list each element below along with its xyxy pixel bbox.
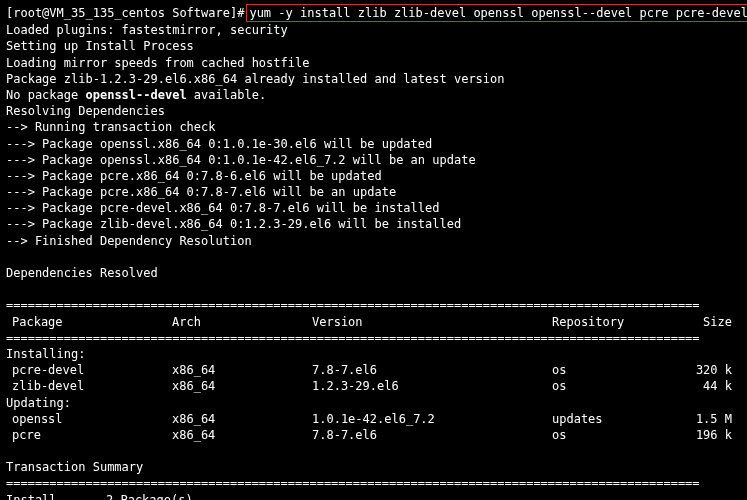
pkg-version: 7.8-7.el6: [312, 427, 552, 443]
output-line: Package zlib-1.2.3-29.el6.x86_64 already…: [6, 71, 741, 87]
pkg-arch: x86_64: [172, 411, 312, 427]
summary-install-label: Install: [6, 492, 106, 500]
pkg-name: pcre: [6, 427, 172, 443]
output-line: Setting up Install Process: [6, 38, 741, 54]
pkg-repo: os: [552, 362, 672, 378]
header-size: Size: [672, 314, 732, 330]
command-text: yum -y install zlib zlib-devel openssl o…: [249, 6, 747, 20]
table-header-row: Package Arch Version Repository Size: [6, 314, 741, 330]
section-updating: Updating:: [6, 395, 741, 411]
pkg-version: 7.8-7.el6: [312, 362, 552, 378]
pkg-version: 1.2.3-29.el6: [312, 378, 552, 394]
divider-double: ========================================…: [6, 297, 741, 313]
summary-install-row: Install 2 Package(s): [6, 492, 741, 500]
output-line: ---> Package pcre-devel.x86_64 0:7.8-7.e…: [6, 200, 741, 216]
pkg-repo: updates: [552, 411, 672, 427]
header-package: Package: [6, 314, 172, 330]
table-row: openssl x86_64 1.0.1e-42.el6_7.2 updates…: [6, 411, 741, 427]
blank-line: [6, 249, 741, 265]
pkg-name: pcre-devel: [6, 362, 172, 378]
output-line: ---> Package zlib-devel.x86_64 0:1.2.3-2…: [6, 216, 741, 232]
output-line: Resolving Dependencies: [6, 103, 741, 119]
header-version: Version: [312, 314, 552, 330]
output-line: ---> Package pcre.x86_64 0:7.8-7.el6 wil…: [6, 184, 741, 200]
transaction-summary-title: Transaction Summary: [6, 459, 741, 475]
no-package-suffix: available.: [187, 88, 266, 102]
pkg-name: zlib-devel: [6, 378, 172, 394]
dependencies-resolved: Dependencies Resolved: [6, 265, 741, 281]
pkg-size: 196 k: [672, 427, 732, 443]
output-line: ---> Package openssl.x86_64 0:1.0.1e-42.…: [6, 152, 741, 168]
pkg-repo: os: [552, 378, 672, 394]
missing-package-name: openssl--devel: [85, 88, 186, 102]
no-package-prefix: No package: [6, 88, 85, 102]
header-arch: Arch: [172, 314, 312, 330]
pkg-arch: x86_64: [172, 362, 312, 378]
pkg-size: 44 k: [672, 378, 732, 394]
blank-line: [6, 281, 741, 297]
pkg-arch: x86_64: [172, 378, 312, 394]
prompt-line[interactable]: [root@VM_35_135_centos Software]# yum -y…: [6, 4, 741, 22]
output-line: Loading mirror speeds from cached hostfi…: [6, 55, 741, 71]
table-row: zlib-devel x86_64 1.2.3-29.el6 os 44 k: [6, 378, 741, 394]
table-row: pcre-devel x86_64 7.8-7.el6 os 320 k: [6, 362, 741, 378]
summary-install-count: 2 Package(s): [106, 492, 226, 500]
table-row: pcre x86_64 7.8-7.el6 os 196 k: [6, 427, 741, 443]
divider-double: ========================================…: [6, 475, 741, 491]
output-line: ---> Package pcre.x86_64 0:7.8-6.el6 wil…: [6, 168, 741, 184]
divider-double: ========================================…: [6, 330, 741, 346]
blank-line: [6, 443, 741, 459]
pkg-version: 1.0.1e-42.el6_7.2: [312, 411, 552, 427]
pkg-size: 1.5 M: [672, 411, 732, 427]
output-line: --> Finished Dependency Resolution: [6, 233, 741, 249]
pkg-arch: x86_64: [172, 427, 312, 443]
output-line: --> Running transaction check: [6, 119, 741, 135]
output-line: Loaded plugins: fastestmirror, security: [6, 22, 741, 38]
shell-prompt: [root@VM_35_135_centos Software]#: [6, 5, 244, 21]
pkg-name: openssl: [6, 411, 172, 427]
output-line: ---> Package openssl.x86_64 0:1.0.1e-30.…: [6, 136, 741, 152]
output-line: No package openssl--devel available.: [6, 87, 741, 103]
command-highlight-box: yum -y install zlib zlib-devel openssl o…: [246, 4, 747, 22]
pkg-size: 320 k: [672, 362, 732, 378]
pkg-repo: os: [552, 427, 672, 443]
section-installing: Installing:: [6, 346, 741, 362]
header-repository: Repository: [552, 314, 672, 330]
